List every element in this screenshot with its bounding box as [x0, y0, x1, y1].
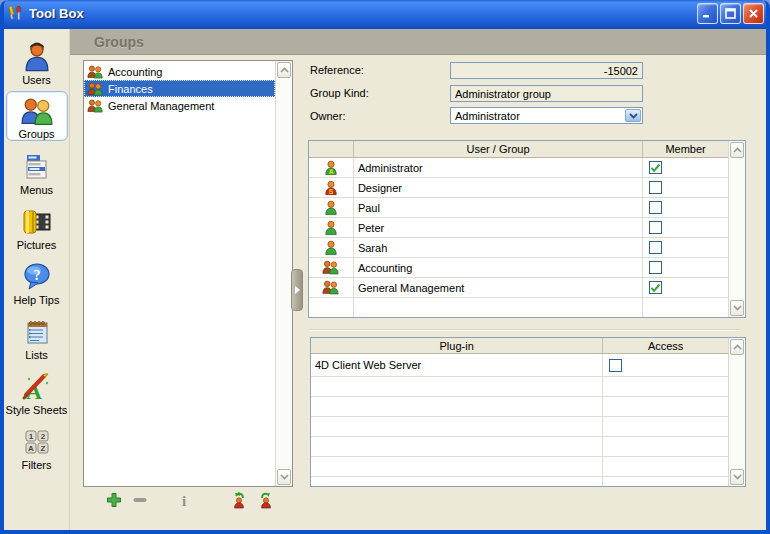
members-table-scrollbar[interactable] — [728, 141, 745, 317]
sidebar-item-label: Menus — [20, 184, 53, 196]
member-name: Sarah — [353, 238, 642, 257]
scroll-down-button[interactable] — [277, 469, 291, 485]
scroll-down-button[interactable] — [730, 300, 744, 316]
group-name: Finances — [108, 83, 153, 95]
member-row[interactable]: AAdministrator — [309, 158, 728, 178]
sidebar-item-menus[interactable]: Menus — [6, 146, 68, 196]
window-title: Tool Box — [29, 6, 697, 21]
member-name: Paul — [353, 198, 642, 217]
member-row[interactable]: Accounting — [309, 258, 728, 278]
access-checkbox[interactable] — [609, 359, 622, 372]
svg-text:A: A — [28, 444, 34, 453]
member-checkbox[interactable] — [649, 281, 662, 294]
plugins-table: Plug-in Access 4D Client Web Server — [310, 337, 746, 487]
user-icon — [309, 218, 353, 237]
group-list-item[interactable]: Finances — [84, 80, 275, 97]
member-checkbox[interactable] — [649, 161, 662, 174]
member-column-header: Member — [642, 141, 728, 157]
member-name: General Management — [353, 278, 642, 297]
owner-selected-value: Administrator — [455, 110, 520, 122]
plugins-table-scrollbar[interactable] — [728, 338, 745, 486]
group-name: General Management — [108, 100, 214, 112]
group-icon — [309, 278, 353, 297]
access-cell — [602, 354, 728, 376]
export-group-button[interactable] — [257, 491, 275, 509]
sidebar-item-users[interactable]: Users — [6, 36, 68, 86]
groups-icon — [20, 94, 54, 128]
member-checkbox[interactable] — [649, 241, 662, 254]
member-checkbox[interactable] — [649, 181, 662, 194]
content: AccountingFinancesGeneral Management i R… — [70, 55, 766, 530]
minimize-button[interactable] — [697, 3, 718, 24]
member-cell — [642, 258, 728, 277]
info-button[interactable]: i — [175, 491, 193, 509]
plugin-column-header: Plug-in — [311, 338, 602, 353]
delete-group-button[interactable] — [131, 491, 149, 509]
group-icon — [309, 258, 353, 277]
icon-column-header — [309, 141, 353, 157]
groups-list-toolbar: i — [83, 491, 343, 513]
plugins-table-header: Plug-in Access — [311, 338, 728, 354]
group-icon — [87, 81, 104, 96]
user-icon — [309, 238, 353, 257]
access-column-header: Access — [602, 338, 728, 353]
group-list-item[interactable]: General Management — [84, 97, 275, 114]
empty-row — [311, 417, 728, 437]
splitter-handle[interactable] — [291, 269, 303, 311]
panel-title: Groups — [94, 34, 144, 50]
group-list-item[interactable]: Accounting — [84, 63, 275, 80]
svg-text:A: A — [329, 167, 334, 174]
close-button[interactable] — [743, 3, 764, 24]
add-group-button[interactable] — [105, 491, 123, 509]
titlebar: Tool Box — [0, 0, 770, 29]
scroll-up-button[interactable] — [730, 339, 744, 355]
member-row[interactable]: Sarah — [309, 238, 728, 258]
empty-row — [311, 397, 728, 417]
sidebar-item-help-tips[interactable]: ?Help Tips — [6, 256, 68, 306]
import-group-button[interactable] — [230, 491, 248, 509]
member-cell — [642, 238, 728, 257]
scroll-up-button[interactable] — [277, 62, 291, 78]
plugin-row[interactable]: 4D Client Web Server — [311, 354, 728, 377]
sidebar-item-label: Style Sheets — [6, 404, 68, 416]
sidebar-item-pictures[interactable]: Pictures — [6, 201, 68, 251]
scroll-up-button[interactable] — [730, 142, 744, 158]
member-row[interactable]: SDesigner — [309, 178, 728, 198]
owner-dropdown-button[interactable] — [625, 109, 641, 122]
section-separator — [310, 329, 740, 331]
member-row[interactable]: General Management — [309, 278, 728, 298]
scroll-down-button[interactable] — [730, 469, 744, 485]
user-icon — [309, 198, 353, 217]
empty-row — [311, 457, 728, 477]
member-name: Accounting — [353, 258, 642, 277]
member-cell — [642, 198, 728, 217]
owner-label: Owner: — [310, 110, 345, 122]
sidebar-item-groups[interactable]: Groups — [6, 91, 68, 141]
member-name: Designer — [353, 178, 642, 197]
app-icon — [8, 5, 24, 23]
member-checkbox[interactable] — [649, 201, 662, 214]
member-name: Administrator — [353, 158, 642, 177]
sidebar-item-label: Help Tips — [14, 294, 60, 306]
group-icon — [87, 98, 104, 113]
sidebar-item-lists[interactable]: Lists — [6, 311, 68, 361]
member-checkbox[interactable] — [649, 221, 662, 234]
owner-select[interactable]: Administrator — [450, 107, 643, 124]
member-row[interactable]: Peter — [309, 218, 728, 238]
empty-row — [311, 477, 728, 486]
member-checkbox[interactable] — [649, 261, 662, 274]
svg-text:S: S — [329, 187, 334, 194]
plugin-name: 4D Client Web Server — [311, 354, 602, 376]
groups-list-scrollbar[interactable] — [275, 61, 292, 486]
member-cell — [642, 178, 728, 197]
group-kind-field: Administrator group — [450, 85, 643, 102]
style-sheets-icon: A — [20, 370, 54, 404]
member-row[interactable]: Paul — [309, 198, 728, 218]
groups-list: AccountingFinancesGeneral Management — [83, 60, 293, 487]
users-icon — [21, 40, 53, 74]
maximize-button[interactable] — [720, 3, 741, 24]
sidebar-item-filters[interactable]: 12AZFilters — [6, 421, 68, 471]
sidebar-item-style-sheets[interactable]: AStyle Sheets — [6, 366, 68, 416]
group-kind-label: Group Kind: — [310, 87, 369, 99]
lists-icon — [21, 315, 53, 349]
